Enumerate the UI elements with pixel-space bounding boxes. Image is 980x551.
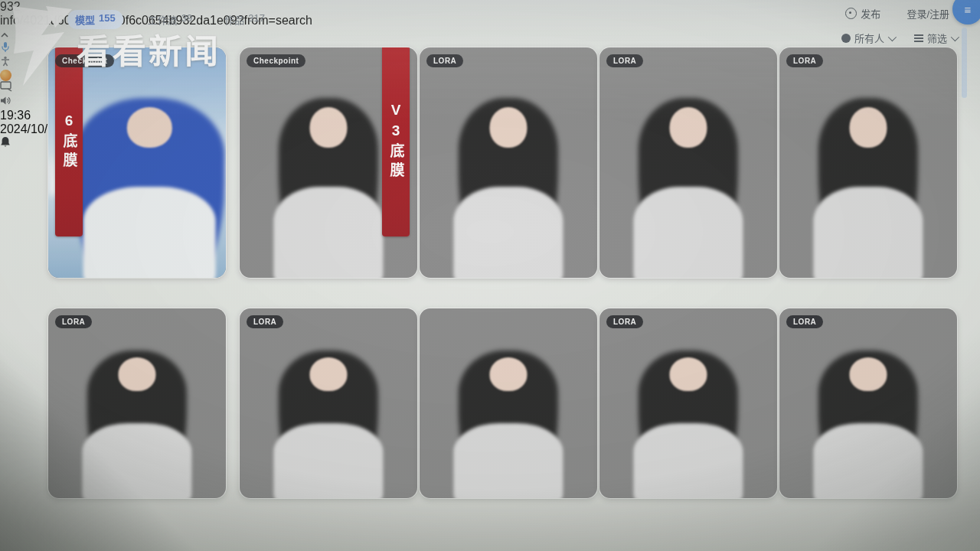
model-card[interactable]: LORA: [779, 47, 957, 278]
model-type-badge: LORA: [247, 315, 283, 328]
model-card[interactable]: LORA: [240, 308, 417, 498]
filter-dropdown[interactable]: 筛选: [914, 31, 957, 45]
category-tabs: 模型 155 工作流 39 作品 317: [67, 10, 273, 29]
audience-dropdown[interactable]: 所有人: [841, 31, 894, 45]
model-type-badge: Checkpoint: [55, 54, 114, 67]
chevron-up-icon: [0, 32, 9, 38]
model-card[interactable]: V3底膜 Checkpoint: [240, 47, 417, 278]
model-card[interactable]: 6底膜 Checkpoint: [48, 47, 226, 278]
model-type-badge: LORA: [55, 315, 92, 328]
card-art: [420, 308, 597, 498]
bell-icon: [0, 136, 11, 148]
audience-icon: [841, 34, 851, 43]
photographed-screen: 模型 155 工作流 39 作品 317 发布 登录/注册 ≡ 所有人 筛选: [0, 0, 980, 551]
card-art: [599, 308, 777, 498]
microphone-icon: [0, 41, 11, 53]
model-type-badge: Checkpoint: [247, 54, 305, 67]
card-art: [599, 47, 777, 278]
publish-icon: [845, 8, 857, 19]
login-register-link[interactable]: 登录/注册: [906, 6, 949, 21]
model-type-badge: LORA: [606, 54, 643, 67]
page-scrollbar[interactable]: [962, 28, 967, 98]
tab-models-count: 155: [99, 12, 116, 27]
model-type-badge: LORA: [606, 315, 643, 328]
tray-chevron-button[interactable]: [0, 28, 980, 41]
model-card[interactable]: LORA: [599, 47, 777, 278]
card-banner: V3底膜: [382, 47, 410, 236]
card-banner: 6底膜: [55, 47, 83, 236]
display-icon: [0, 81, 13, 92]
hair-flower: [102, 89, 123, 107]
orange-app-icon: [0, 70, 11, 81]
model-card[interactable]: LORA: [420, 47, 597, 278]
chevron-down-icon: [888, 32, 897, 41]
model-type-badge: LORA: [786, 54, 823, 67]
tab-artworks-count: 317: [248, 12, 265, 27]
audience-label: 所有人: [854, 31, 884, 45]
filter-label: 筛选: [927, 31, 947, 45]
tab-models[interactable]: 模型 155: [67, 10, 123, 29]
model-card[interactable]: LORA: [779, 308, 957, 498]
tab-workflows-count: 39: [181, 12, 192, 27]
filter-icon: [914, 34, 923, 42]
card-art: [779, 308, 957, 498]
header-actions: 发布 登录/注册: [845, 6, 949, 21]
tab-models-label: 模型: [75, 12, 95, 27]
model-card[interactable]: [420, 308, 597, 498]
tab-artworks[interactable]: 作品 317: [217, 10, 273, 29]
card-art: [779, 47, 957, 278]
card-art: [48, 308, 226, 498]
model-card[interactable]: LORA: [599, 308, 777, 498]
speaker-icon: [0, 96, 11, 106]
publish-label: 发布: [861, 6, 880, 21]
model-type-badge: LORA: [426, 54, 463, 67]
card-art: [240, 308, 417, 498]
model-type-badge: LORA: [786, 315, 823, 328]
model-card[interactable]: LORA: [48, 308, 226, 498]
filter-bar: 所有人 筛选: [841, 31, 957, 45]
tab-workflows-label: 工作流: [148, 12, 178, 27]
card-art: [420, 47, 597, 278]
tab-workflows[interactable]: 工作流 39: [140, 10, 200, 29]
publish-button[interactable]: 发布: [845, 6, 880, 21]
accessibility-icon: [0, 56, 11, 67]
tab-artworks-label: 作品: [224, 12, 244, 27]
